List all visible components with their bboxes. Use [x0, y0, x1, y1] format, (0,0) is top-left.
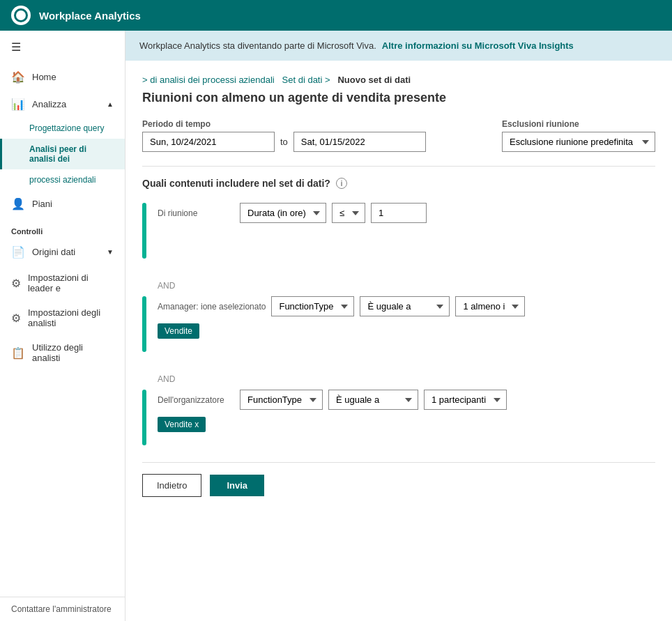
sidebar-item-analisi-peer[interactable]: Analisi peer di analisi dei [0, 139, 125, 169]
sidebar-processi-label: processi aziendali [29, 175, 96, 185]
topbar: Workplace Analytics [0, 0, 672, 31]
sidebar-item-impostazioni-analisti[interactable]: ⚙ Impostazioni degli analisti [0, 300, 125, 335]
settings-analisti-icon: ⚙ [11, 312, 21, 325]
filter-block-2: Amanager: ione aselezionato FunctionType… [142, 296, 655, 352]
filter-row-2: Amanager: ione aselezionato FunctionType… [158, 296, 655, 316]
sidebar: ☰ 🏠 Home 📊 Analizza ▲ Progettazione quer… [0, 31, 125, 621]
filter-label-1: Di riunione [158, 208, 234, 218]
filter-operator-select-1[interactable]: ≤ ≥ = [332, 203, 365, 223]
banner-text: Workplace Analytics sta diventando parte… [139, 40, 376, 51]
hamburger-button[interactable]: ☰ [0, 31, 125, 63]
and-label-1: AND [158, 275, 655, 296]
banner-link[interactable]: Altre informazioni su Microsoft Viva Ins… [382, 40, 574, 51]
filter-content-1: Di riunione Durata (in ore) ≤ ≥ = [158, 203, 655, 223]
filter-field-select-3[interactable]: FunctionType [240, 390, 323, 410]
info-icon[interactable]: i [336, 178, 347, 189]
filter-value-select-2[interactable]: 1 almeno i 2 almeno i [455, 296, 525, 316]
sidebar-item-piani[interactable]: 👤 Piani [0, 190, 125, 217]
filter-field-select-2[interactable]: FunctionType [271, 296, 354, 316]
page-content: > di analisi dei processi aziendali Set … [125, 61, 672, 511]
filter-content-3: Dell'organizzatore FunctionType È uguale… [158, 390, 655, 432]
settings-leader-icon: ⚙ [11, 277, 21, 290]
filter-block-3: Dell'organizzatore FunctionType È uguale… [142, 390, 655, 445]
tag-vendite-2-text: Vendite x [165, 420, 199, 429]
breadcrumb-part1[interactable]: > di analisi dei processi aziendali [142, 75, 275, 85]
app-title: Workplace Analytics [39, 10, 141, 22]
content-area: Workplace Analytics sta diventando parte… [125, 31, 672, 621]
main-layout: ☰ 🏠 Home 📊 Analizza ▲ Progettazione quer… [0, 31, 672, 621]
sidebar-piani-label: Piani [32, 199, 52, 209]
filter-label-3: Dell'organizzatore [158, 395, 234, 405]
and-label-2: AND [158, 369, 655, 390]
periodo-label: Periodo di tempo [142, 119, 426, 129]
question-text: Quali contenuti includere nel set di dat… [142, 178, 330, 189]
filter-value-input-1[interactable] [371, 203, 427, 223]
filter-row-3: Dell'organizzatore FunctionType È uguale… [158, 390, 655, 410]
sidebar-item-processi-aziendali[interactable]: processi aziendali [0, 169, 125, 190]
tag-vendite-1-text: Vendite [165, 326, 192, 336]
filter-field-select-1[interactable]: Durata (in ore) [240, 203, 326, 223]
filter-operator-select-2[interactable]: È uguale a Non è uguale a [360, 296, 450, 316]
actions-row: Indietro Invia [142, 462, 655, 497]
filter-value-select-3[interactable]: 1 partecipanti 2 partecipanti [424, 390, 507, 410]
piani-icon: 👤 [11, 197, 25, 210]
sidebar-leader-label: Impostazioni di leader e [28, 273, 114, 293]
filter-indicator-1 [142, 203, 146, 259]
esclusioni-select[interactable]: Esclusione riunione predefinita [502, 132, 655, 152]
utilizzo-icon: 📋 [11, 346, 25, 360]
top-fields-row: Periodo di tempo to Esclusioni riunione … [142, 119, 655, 152]
back-button[interactable]: Indietro [142, 474, 201, 497]
origini-dati-icon: 📄 [11, 245, 25, 259]
filter-indicator-2 [142, 296, 146, 352]
filter-operator-select-3[interactable]: È uguale a Non è uguale a [328, 390, 418, 410]
esclusioni-group: Esclusioni riunione Esclusione riunione … [502, 119, 655, 152]
sidebar-item-progettazione-query[interactable]: Progettazione query [0, 118, 125, 139]
sidebar-item-utilizzo-analisti[interactable]: 📋 Utilizzo degli analisti [0, 335, 125, 370]
to-label: to [280, 137, 288, 147]
breadcrumb: > di analisi dei processi aziendali Set … [142, 75, 655, 85]
chevron-down-icon-2: ▼ [107, 248, 114, 256]
filter-row-1: Di riunione Durata (in ore) ≤ ≥ = [158, 203, 655, 223]
page-title: Riunioni con almeno un agente di vendita… [142, 91, 655, 105]
submit-button[interactable]: Invia [210, 475, 264, 496]
date-from-input[interactable] [142, 132, 275, 152]
sidebar-analizza-label: Analizza [32, 99, 66, 109]
sidebar-item-origini-dati[interactable]: 📄 Origini dati ▼ [0, 238, 125, 266]
filter-tags-2: Vendite [158, 323, 655, 339]
breadcrumb-current: Nuovo set di dati [337, 75, 411, 85]
sidebar-progettazione-label: Progettazione query [29, 123, 104, 133]
periodo-group: Periodo di tempo to [142, 119, 426, 152]
sidebar-item-analizza[interactable]: 📊 Analizza ▲ [0, 91, 125, 118]
esclusioni-label: Esclusioni riunione [502, 119, 655, 129]
sidebar-utilizzo-label: Utilizzo degli analisti [32, 342, 114, 363]
filter-tags-3: Vendite x [158, 417, 655, 432]
sidebar-home-label: Home [32, 72, 56, 82]
filter-content-2: Amanager: ione aselezionato FunctionType… [158, 296, 655, 339]
sidebar-item-home[interactable]: 🏠 Home [0, 63, 125, 91]
logo [11, 6, 31, 25]
breadcrumb-part2[interactable]: Set di dati > [282, 75, 330, 85]
sidebar-analisti-label: Impostazioni degli analisti [28, 307, 114, 328]
tag-vendite-2[interactable]: Vendite x [158, 417, 206, 432]
divider-1 [142, 166, 655, 167]
sidebar-origini-label: Origini dati [32, 247, 75, 257]
banner: Workplace Analytics sta diventando parte… [125, 31, 672, 61]
filter-label-2: Amanager: ione aselezionato [158, 302, 266, 312]
section-question: Quali contenuti includere nel set di dat… [142, 178, 655, 189]
sidebar-section-controlli: Controlli [0, 217, 125, 238]
filter-indicator-3 [142, 390, 146, 445]
tag-vendite-1[interactable]: Vendite [158, 323, 199, 339]
sidebar-analisi-peer-label: Analisi peer di analisi dei [29, 144, 86, 164]
sidebar-contact-admin[interactable]: Contattare l'amministratore [0, 597, 125, 621]
chart-icon: 📊 [11, 98, 25, 111]
filter-block-1: Di riunione Durata (in ore) ≤ ≥ = [142, 203, 655, 259]
sidebar-item-impostazioni-leader[interactable]: ⚙ Impostazioni di leader e [0, 266, 125, 300]
date-to-input[interactable] [293, 132, 426, 152]
home-icon: 🏠 [11, 70, 25, 84]
chevron-down-icon: ▲ [107, 100, 114, 108]
